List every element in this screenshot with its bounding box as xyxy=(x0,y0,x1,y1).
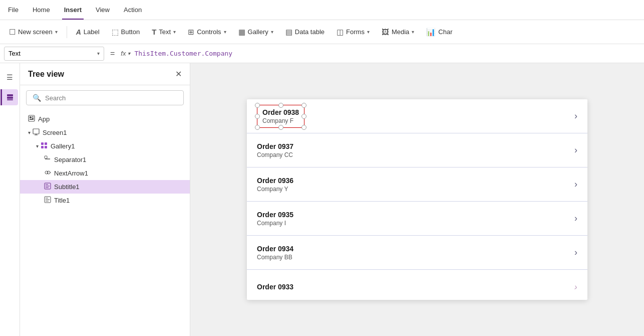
media-label: Media xyxy=(392,28,409,36)
svg-rect-7 xyxy=(30,119,34,120)
sidebar-layers-icon[interactable] xyxy=(1,89,18,105)
datatable-button[interactable]: ▤ Data table xyxy=(280,25,330,40)
tree-item-gallery1[interactable]: ▾ Gallery1 xyxy=(20,139,190,153)
media-icon: 🖼 xyxy=(382,28,389,36)
label-icon: A xyxy=(76,28,81,36)
gallery-row-0934-sub: Company BB xyxy=(257,254,574,261)
title-icon xyxy=(44,196,51,205)
menu-view[interactable]: View xyxy=(94,4,112,16)
tree-item-title1[interactable]: Title1 xyxy=(20,194,190,207)
formula-fx-area: fx ▾ xyxy=(121,50,130,57)
toolbar: ☐ New screen ▾ A Label ⬚ Button T Text ▾… xyxy=(0,20,644,44)
media-chevron: ▾ xyxy=(412,29,414,35)
handle-tr xyxy=(301,103,306,108)
formula-equals: = xyxy=(108,49,117,58)
media-button[interactable]: 🖼 Media ▾ xyxy=(377,25,419,39)
charts-button[interactable]: 📊 Char xyxy=(421,25,457,40)
tree-close-button[interactable]: ✕ xyxy=(175,69,182,79)
formula-bar: Text ▾ = fx ▾ ThisItem.Customer.Company xyxy=(0,44,644,63)
button-icon: ⬚ xyxy=(112,28,119,37)
forms-button[interactable]: ◫ Forms ▾ xyxy=(332,25,375,40)
label-label: Label xyxy=(84,28,100,36)
tree-item-app[interactable]: App xyxy=(20,112,190,126)
handle-br xyxy=(301,125,306,130)
controls-button[interactable]: ⊞ Controls ▾ xyxy=(183,25,231,40)
gallery-row-0933-content: Order 0933 xyxy=(257,283,574,291)
gallery-row-0937[interactable]: Order 0937 Company CC › xyxy=(247,133,587,167)
gallery-row-0935[interactable]: Order 0935 Company I › xyxy=(247,202,587,236)
gallery-row-0937-title: Order 0937 xyxy=(257,142,574,150)
gallery-button[interactable]: ▦ Gallery ▾ xyxy=(233,25,278,40)
gallery-row-0936-sub: Company Y xyxy=(257,186,574,193)
gallery: Order 0938 Company F › xyxy=(247,99,587,300)
forms-icon: ◫ xyxy=(337,28,344,37)
svg-rect-4 xyxy=(30,116,32,118)
gallery-row-0934[interactable]: Order 0934 Company BB › xyxy=(247,236,587,270)
gallery-row-0936[interactable]: Order 0936 Company Y › xyxy=(247,167,587,202)
gallery-tree-icon xyxy=(41,142,48,150)
svg-point-18 xyxy=(47,171,50,174)
svg-rect-15 xyxy=(45,156,47,158)
tree-item-subtitle1[interactable]: Subtitle1 xyxy=(20,180,190,194)
label-button[interactable]: A Label xyxy=(71,25,105,39)
gallery-icon: ▦ xyxy=(238,28,245,37)
svg-rect-5 xyxy=(32,116,34,117)
nextarrow-icon xyxy=(44,169,51,178)
tree-item-screen1[interactable]: ▾ Screen1 xyxy=(20,126,190,139)
menu-insert[interactable]: Insert xyxy=(62,4,84,16)
app-frame: Order 0938 Company F › xyxy=(247,99,587,300)
forms-label: Forms xyxy=(346,28,365,36)
gallery-row-0935-title: Order 0935 xyxy=(257,211,574,219)
menu-action[interactable]: Action xyxy=(122,4,144,16)
gallery-row-0935-sub: Company I xyxy=(257,220,574,227)
svg-rect-3 xyxy=(29,115,35,121)
new-screen-chevron: ▾ xyxy=(55,29,58,35)
menu-home[interactable]: Home xyxy=(31,4,52,16)
gallery-row-0933[interactable]: Order 0933 › xyxy=(247,270,587,300)
svg-rect-13 xyxy=(41,146,44,148)
new-screen-button[interactable]: ☐ New screen ▾ xyxy=(4,25,63,40)
tree-search-box[interactable]: 🔍 xyxy=(26,90,184,105)
sidebar-menu-icon[interactable]: ☰ xyxy=(2,69,18,85)
text-chevron: ▾ xyxy=(173,29,176,35)
handle-tm xyxy=(278,103,283,108)
svg-rect-1 xyxy=(7,97,13,99)
svg-rect-2 xyxy=(7,99,13,100)
text-icon: T xyxy=(152,28,156,36)
handle-bm xyxy=(278,125,283,130)
gallery-row-0937-sub: Company CC xyxy=(257,151,574,158)
separator-icon xyxy=(44,155,51,164)
tree-item-app-label: App xyxy=(38,115,50,123)
tree-item-gallery1-label: Gallery1 xyxy=(51,142,75,150)
tree-panel: Tree view ✕ 🔍 App xyxy=(20,63,190,336)
fx-chevron-icon: ▾ xyxy=(128,51,130,56)
tree-item-separator1[interactable]: Separator1 xyxy=(20,153,190,166)
fx-label: fx xyxy=(121,50,126,57)
gallery-chevron: ▾ xyxy=(271,29,273,35)
datatable-icon: ▤ xyxy=(285,28,292,37)
formula-select-value: Text xyxy=(9,50,21,57)
formula-select[interactable]: Text ▾ xyxy=(4,47,104,61)
button-button[interactable]: ⬚ Button xyxy=(107,25,145,40)
tree-item-separator1-label: Separator1 xyxy=(54,156,86,163)
charts-icon: 📊 xyxy=(426,28,436,37)
text-button[interactable]: T Text ▾ xyxy=(147,25,181,39)
svg-rect-14 xyxy=(45,146,47,148)
tree-item-nextarrow1[interactable]: NextArrow1 xyxy=(20,166,190,180)
svg-rect-0 xyxy=(7,94,13,96)
gallery-row-0934-content: Order 0934 Company BB xyxy=(257,245,574,261)
handle-bl xyxy=(255,125,260,130)
svg-rect-6 xyxy=(32,118,34,119)
app-icon xyxy=(28,115,35,123)
tree-items: App ▾ Screen1 ▾ xyxy=(20,110,190,336)
gallery-label: Gallery xyxy=(248,28,268,36)
menu-file[interactable]: File xyxy=(6,4,21,16)
gallery-row-0934-chevron: › xyxy=(574,247,577,258)
formula-expression[interactable]: ThisItem.Customer.Company xyxy=(134,50,640,57)
handle-ml xyxy=(255,114,260,119)
gallery-row-0934-title: Order 0934 xyxy=(257,245,574,253)
button-label: Button xyxy=(121,28,140,36)
gallery-row-0938[interactable]: Order 0938 Company F › xyxy=(247,99,587,133)
charts-label: Char xyxy=(438,28,452,36)
search-input[interactable] xyxy=(45,94,177,102)
